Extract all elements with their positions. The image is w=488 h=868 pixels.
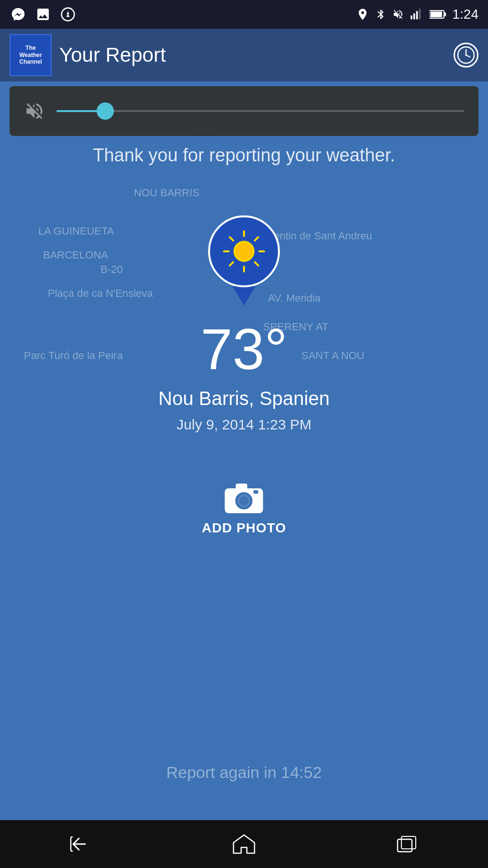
status-bar: 1:24 (0, 0, 488, 29)
app-bar: The Weather Channel Your Report (0, 29, 488, 81)
nav-bar (0, 820, 488, 868)
svg-rect-2 (413, 13, 415, 20)
main-content: THMI NOU BARRIS LA GUINEUETA BARCELONA B… (0, 81, 488, 820)
svg-rect-6 (444, 12, 446, 16)
battery-icon (430, 9, 447, 20)
svg-line-15 (230, 237, 233, 240)
location-date: July 9, 2014 1:23 PM (0, 417, 488, 433)
status-left-icons (10, 6, 77, 23)
weather-pin (208, 215, 280, 305)
soccer-icon (59, 6, 77, 23)
svg-rect-26 (254, 490, 258, 494)
svg-rect-7 (431, 11, 442, 17)
svg-point-24 (239, 496, 249, 506)
recents-button[interactable] (378, 830, 435, 858)
volume-mute-icon (24, 101, 45, 122)
svg-line-10 (466, 55, 470, 57)
camera-icon (222, 479, 266, 515)
report-again-text: Report again in 14:52 (0, 763, 488, 782)
bluetooth-icon (375, 8, 387, 21)
status-time: 1:24 (453, 7, 479, 22)
clock-icon[interactable] (454, 43, 478, 68)
pin-tail (233, 286, 255, 305)
mute-icon (392, 8, 404, 21)
thank-you-text: Thank you for reporting your weather. (0, 144, 488, 167)
svg-rect-3 (416, 11, 418, 20)
map-background (0, 81, 488, 820)
temperature-display: 73° (0, 316, 488, 382)
svg-rect-27 (398, 839, 412, 852)
svg-rect-4 (419, 9, 421, 19)
volume-slider-thumb[interactable] (97, 102, 114, 120)
svg-line-16 (255, 262, 258, 266)
status-right-icons: 1:24 (356, 7, 479, 22)
app-logo: The Weather Channel (10, 34, 52, 76)
page-title: Your Report (59, 44, 166, 67)
add-photo-label: ADD PHOTO (202, 520, 287, 536)
svg-rect-25 (236, 484, 247, 490)
image-icon (34, 6, 52, 23)
volume-overlay (10, 86, 478, 136)
pin-circle (208, 215, 280, 287)
svg-rect-1 (410, 15, 412, 19)
signal-icon (410, 8, 424, 21)
messenger-icon (10, 6, 27, 23)
add-photo-button[interactable]: ADD PHOTO (202, 479, 287, 536)
location-name: Nou Barris, Spanien (0, 388, 488, 409)
app-bar-right[interactable] (454, 43, 478, 68)
svg-rect-28 (401, 836, 416, 849)
volume-slider-track[interactable] (56, 110, 464, 112)
location-pin-icon (356, 8, 369, 21)
svg-point-20 (235, 243, 253, 260)
app-logo-text: The Weather Channel (19, 45, 42, 65)
svg-line-17 (255, 237, 258, 240)
back-button[interactable] (53, 830, 110, 858)
app-bar-left: The Weather Channel Your Report (10, 34, 166, 76)
svg-line-18 (230, 262, 233, 266)
home-button[interactable] (215, 830, 273, 858)
sun-weather-icon (218, 225, 270, 278)
